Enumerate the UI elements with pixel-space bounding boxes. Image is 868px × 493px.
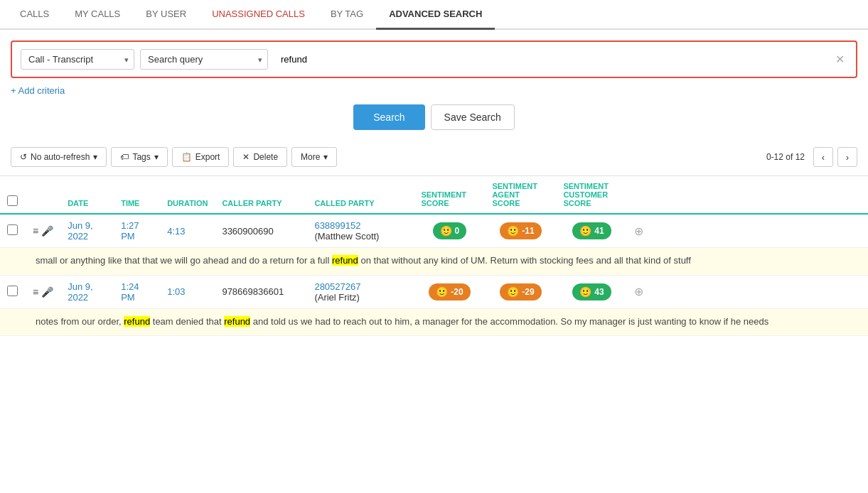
agent-smiley-icon: 🙂: [507, 225, 519, 237]
export-label: Export: [195, 152, 220, 162]
auto-refresh-label: No auto-refresh: [31, 152, 90, 162]
row-date-link[interactable]: Jun 9, 2022: [68, 220, 92, 242]
customer-score-badge: 🙂 43: [572, 283, 611, 300]
tab-unassigned-calls[interactable]: UNASSIGNED CALLS: [199, 0, 318, 30]
refresh-icon: ↺: [20, 152, 27, 162]
tags-label: Tags: [132, 152, 150, 162]
row-time: 1:27 PM: [114, 214, 160, 248]
row-time: 1:24 PM: [114, 275, 160, 308]
sentiment-score-badge: 🙂 -20: [429, 283, 470, 300]
header-time: TIME: [114, 176, 160, 215]
row-called-party-link[interactable]: 638899152: [314, 220, 360, 231]
row-expand-cell: ⊕: [627, 275, 868, 308]
row-caller-party: 3360900690: [215, 214, 307, 248]
criteria-type-wrapper: Call - Transcript Call - Duration Call -…: [21, 49, 134, 70]
delete-label: Delete: [253, 152, 278, 162]
agent-score-badge: 🙂 -29: [500, 283, 541, 300]
row-duration-link[interactable]: 1:03: [167, 286, 185, 297]
close-criteria-btn[interactable]: ✕: [832, 53, 847, 66]
table-header-row: DATE TIME DURATION CALLER PARTY CALLED P…: [0, 176, 868, 215]
highlight-word: refund: [124, 316, 150, 327]
highlight-word: refund: [332, 255, 358, 266]
row-customer-score: 🙂 43: [556, 275, 627, 308]
tab-advanced-search[interactable]: ADVANCED SEARCH: [376, 0, 495, 30]
search-criteria-box: Call - Transcript Call - Duration Call -…: [11, 40, 857, 78]
delete-button[interactable]: ✕ Delete: [233, 147, 287, 167]
row-duration-link[interactable]: 4:13: [167, 226, 185, 237]
agent-score-badge: 🙂 -11: [500, 222, 541, 239]
tab-calls[interactable]: CALLS: [7, 0, 62, 30]
criteria-query-select[interactable]: Search query Contains Equals: [140, 49, 268, 70]
transcript-row: notes from our order, refund team denied…: [0, 308, 868, 336]
list-icon: ≡: [33, 286, 38, 298]
row-checkbox[interactable]: [7, 286, 18, 296]
expand-row-btn[interactable]: ⊕: [634, 225, 643, 237]
more-label: More: [301, 152, 320, 162]
pagination-next-btn[interactable]: ›: [837, 147, 857, 167]
select-all-checkbox[interactable]: [7, 195, 18, 206]
row-date-link[interactable]: Jun 9, 2022: [68, 281, 92, 303]
row-duration: 4:13: [160, 214, 215, 248]
add-criteria-link[interactable]: + Add criteria: [11, 85, 65, 96]
row-icons-cell: ≡ 🎤: [26, 275, 60, 308]
search-button[interactable]: Search: [353, 104, 424, 130]
tag-icon: 🏷: [120, 152, 129, 162]
row-expand-cell: ⊕: [627, 214, 868, 248]
expand-row-btn[interactable]: ⊕: [634, 286, 643, 298]
header-date: DATE: [60, 176, 114, 215]
row-checkbox[interactable]: [7, 224, 18, 235]
transcript-cell: small or anything like that that we will…: [0, 248, 868, 276]
row-agent-score: 🙂 -29: [485, 275, 556, 308]
highlight-word: refund: [224, 316, 250, 327]
tab-by-user[interactable]: BY USER: [133, 0, 199, 30]
more-chevron-icon: ▾: [323, 152, 328, 162]
row-sentiment-score: 🙂 -20: [414, 275, 485, 308]
export-button[interactable]: 📋 Export: [172, 147, 230, 167]
criteria-type-select[interactable]: Call - Transcript Call - Duration Call -…: [21, 49, 134, 70]
transcript-cell: notes from our order, refund team denied…: [0, 308, 868, 336]
tab-my-calls[interactable]: MY CALLS: [62, 0, 133, 30]
header-caller-party: CALLER PARTY: [215, 176, 307, 215]
criteria-value-input[interactable]: [274, 50, 827, 69]
row-called-party: 280527267 (Ariel Fritz): [307, 275, 414, 308]
row-called-party-name: (Ariel Fritz): [314, 292, 360, 303]
search-actions: Search Save Search: [11, 104, 857, 130]
sentiment-score-badge: 🙂 0: [433, 222, 467, 239]
row-date: Jun 9, 2022: [60, 275, 114, 308]
header-duration: DURATION: [160, 176, 215, 215]
sentiment-smiley-icon: 🙂: [436, 286, 448, 298]
sentiment-smiley-icon: 🙂: [440, 225, 452, 237]
mic-icon: 🎤: [41, 225, 53, 237]
row-icons-cell: ≡ 🎤: [26, 214, 60, 248]
row-duration: 1:03: [160, 275, 215, 308]
row-caller-party: 978669836601: [215, 275, 307, 308]
nav-tabs: CALLS MY CALLS BY USER UNASSIGNED CALLS …: [0, 0, 868, 30]
tab-by-tag[interactable]: BY TAG: [318, 0, 376, 30]
export-icon: 📋: [181, 152, 192, 162]
auto-refresh-button[interactable]: ↺ No auto-refresh ▾: [11, 147, 107, 167]
toolbar: ↺ No auto-refresh ▾ 🏷 Tags ▾ 📋 Export ✕ …: [0, 147, 868, 175]
row-checkbox-cell: [0, 275, 26, 308]
row-checkbox-cell: [0, 214, 26, 248]
row-called-party-link[interactable]: 280527267: [314, 281, 360, 292]
row-time-link[interactable]: 1:24 PM: [121, 281, 139, 303]
search-area: Call - Transcript Call - Duration Call -…: [0, 30, 868, 147]
more-button[interactable]: More ▾: [291, 147, 337, 167]
header-icons: [26, 176, 60, 215]
header-called-party: CALLED PARTY: [307, 176, 414, 215]
row-sentiment-score: 🙂 0: [414, 214, 485, 248]
row-time-link[interactable]: 1:27 PM: [121, 220, 139, 242]
criteria-query-wrapper: Search query Contains Equals: [140, 49, 268, 70]
results-table: DATE TIME DURATION CALLER PARTY CALLED P…: [0, 175, 868, 336]
header-sentiment-score: SENTIMENT SCORE: [414, 176, 485, 215]
list-icon: ≡: [33, 225, 38, 237]
pagination-prev-btn[interactable]: ‹: [813, 147, 833, 167]
mic-icon: 🎤: [41, 286, 53, 298]
customer-smiley-icon: 🙂: [579, 225, 591, 237]
row-customer-score: 🙂 41: [556, 214, 627, 248]
save-search-button[interactable]: Save Search: [431, 104, 515, 130]
customer-score-badge: 🙂 41: [572, 222, 611, 239]
header-expand: [627, 176, 868, 215]
tags-button[interactable]: 🏷 Tags ▾: [111, 147, 167, 167]
table-row: ≡ 🎤 Jun 9, 2022 1:24 PM 1:03 97866983660…: [0, 275, 868, 308]
